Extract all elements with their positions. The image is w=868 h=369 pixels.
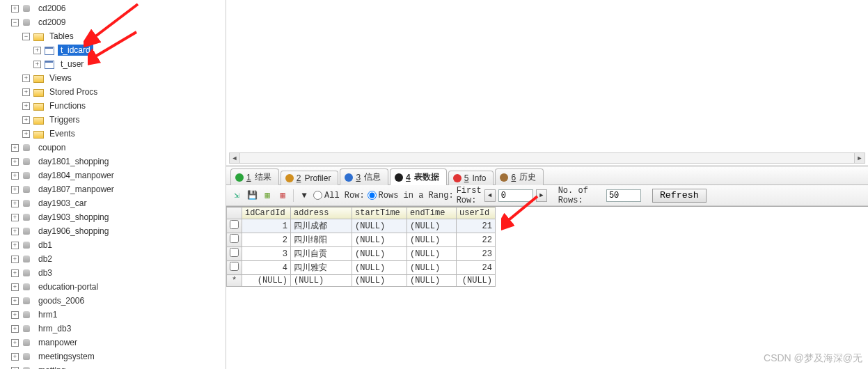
row-header-corner[interactable]	[227, 207, 242, 219]
tab-历史[interactable]: 6历史	[495, 168, 544, 185]
db-node[interactable]: +coupon	[11, 141, 226, 155]
query-editor-area[interactable]: ◄ ►	[226, 0, 868, 167]
cell[interactable]: 24	[457, 261, 496, 275]
object-browser[interactable]: + cd2006 − cd2009 −	[0, 0, 226, 369]
expand-icon[interactable]: +	[33, 47, 41, 54]
expand-icon[interactable]: +	[22, 88, 30, 96]
tab-Profiler[interactable]: 2Profiler	[281, 171, 339, 185]
column-header[interactable]: endTime	[407, 207, 457, 219]
expand-icon[interactable]: +	[11, 172, 19, 180]
db-node[interactable]: +db1	[11, 238, 226, 252]
cell[interactable]: 四川自贡	[291, 247, 352, 261]
expand-icon[interactable]: +	[11, 353, 19, 361]
folder-events[interactable]: +Events	[22, 127, 226, 141]
cell[interactable]: (NULL)	[291, 275, 352, 287]
db-node[interactable]: +day1807_manpower	[11, 182, 226, 196]
tab-表数据[interactable]: 4表数据	[390, 168, 447, 185]
cell[interactable]: 21	[457, 219, 496, 233]
folder-views[interactable]: +Views	[22, 71, 226, 85]
cell[interactable]: (NULL)	[407, 261, 457, 275]
expand-icon[interactable]: +	[11, 297, 19, 305]
db-node[interactable]: +goods_2006	[11, 294, 226, 308]
cell[interactable]: (NULL)	[352, 233, 407, 247]
expand-icon[interactable]: +	[11, 339, 19, 347]
next-page-button[interactable]: ►	[536, 189, 547, 202]
expand-icon[interactable]: +	[11, 214, 19, 221]
expand-icon[interactable]: +	[22, 102, 30, 110]
expand-icon[interactable]: +	[33, 61, 41, 68]
expand-icon[interactable]: +	[22, 116, 30, 124]
collapse-icon[interactable]: −	[22, 33, 30, 40]
cell[interactable]: (NULL)	[407, 247, 457, 261]
row-selector[interactable]	[227, 233, 242, 247]
cell[interactable]: (NULL)	[242, 275, 291, 287]
expand-icon[interactable]: +	[11, 158, 19, 166]
expand-icon[interactable]: +	[11, 325, 19, 333]
column-header[interactable]: startTime	[352, 207, 407, 219]
cell[interactable]: (NULL)	[352, 247, 407, 261]
db-node[interactable]: +education-portal	[11, 280, 226, 294]
db-node[interactable]: +hrm_db3	[11, 322, 226, 336]
new-row-marker[interactable]: *	[227, 275, 242, 287]
db-node[interactable]: +day1804_manpower	[11, 168, 226, 182]
cell[interactable]: 4	[242, 261, 291, 275]
prev-page-button[interactable]: ◄	[484, 189, 496, 202]
save-icon[interactable]: 💾	[246, 189, 258, 202]
tab-结果[interactable]: 1结果	[230, 168, 279, 185]
expand-icon[interactable]: +	[11, 283, 19, 291]
folder-functions[interactable]: +Functions	[22, 99, 226, 113]
cell[interactable]: (NULL)	[352, 275, 407, 287]
db-node[interactable]: +db3	[11, 266, 226, 280]
db-node-cd2006[interactable]: + cd2006	[11, 1, 226, 15]
cell[interactable]: 四川绵阳	[291, 233, 352, 247]
db-node[interactable]: +metting	[11, 363, 226, 369]
expand-icon[interactable]: +	[11, 242, 19, 249]
table-node-t_user[interactable]: + t_user	[33, 57, 226, 71]
expand-icon[interactable]: +	[11, 367, 19, 370]
cell[interactable]: 四川成都	[291, 219, 352, 233]
folder-stored-procs[interactable]: +Stored Procs	[22, 85, 226, 99]
expand-icon[interactable]: +	[11, 200, 19, 207]
export-icon[interactable]: ⇲	[230, 189, 243, 202]
cell[interactable]: 1	[242, 219, 291, 233]
db-node[interactable]: +db2	[11, 252, 226, 266]
db-node[interactable]: +manpower	[11, 336, 226, 350]
scroll-right-icon[interactable]: ►	[854, 153, 865, 163]
row-selector[interactable]	[227, 247, 242, 261]
cell[interactable]: (NULL)	[457, 275, 496, 287]
rows-range-radio[interactable]: Rows in a Rang:	[368, 191, 454, 201]
expand-icon[interactable]: +	[11, 228, 19, 235]
tab-Info[interactable]: 5Info	[448, 171, 494, 185]
cell[interactable]: 3	[242, 247, 291, 261]
db-node-cd2009[interactable]: − cd2009	[11, 15, 226, 29]
db-node[interactable]: +day1903_shopping	[11, 210, 226, 224]
table-data-grid[interactable]: idCardId address startTime endTime userI…	[226, 206, 868, 287]
expand-icon[interactable]: +	[11, 256, 19, 263]
all-rows-radio[interactable]: All Row:	[313, 191, 365, 201]
column-header[interactable]: idCardId	[242, 207, 291, 219]
cell[interactable]: 23	[457, 247, 496, 261]
folder-triggers[interactable]: +Triggers	[22, 113, 226, 127]
limit-input[interactable]	[606, 189, 641, 202]
expand-icon[interactable]: +	[22, 130, 30, 138]
db-node[interactable]: +day1903_car	[11, 196, 226, 210]
column-header[interactable]: address	[291, 207, 352, 219]
db-node[interactable]: +hrm1	[11, 308, 226, 322]
first-row-input[interactable]	[498, 189, 533, 202]
db-node[interactable]: +meetingsystem	[11, 350, 226, 363]
horizontal-scrollbar[interactable]: ◄ ►	[229, 152, 865, 164]
cell[interactable]: (NULL)	[352, 261, 407, 275]
expand-icon[interactable]: +	[11, 5, 19, 13]
row-selector[interactable]	[227, 219, 242, 233]
cell[interactable]: (NULL)	[407, 219, 457, 233]
grid-delete-icon[interactable]: ▦	[276, 189, 289, 202]
tab-信息[interactable]: 3信息	[340, 168, 388, 185]
db-node[interactable]: +day1801_shopping	[11, 155, 226, 168]
collapse-icon[interactable]: −	[11, 19, 19, 26]
table-node-t_idcard[interactable]: + t_idcard	[33, 43, 226, 57]
cell[interactable]: 2	[242, 233, 291, 247]
expand-icon[interactable]: +	[11, 311, 19, 319]
scroll-left-icon[interactable]: ◄	[230, 153, 240, 163]
column-header[interactable]: userId	[457, 207, 496, 219]
expand-icon[interactable]: +	[11, 144, 19, 152]
